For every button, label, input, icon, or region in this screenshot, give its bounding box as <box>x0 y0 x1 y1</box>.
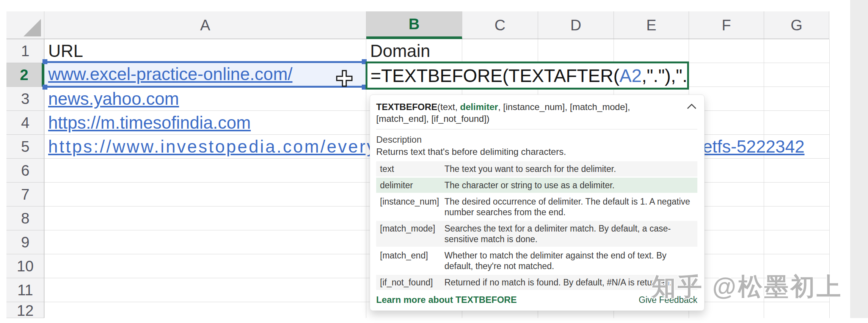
hyperlink-A5-right-fragment[interactable]: etfs-5222342 <box>703 137 805 156</box>
active-argument: delimiter <box>460 102 498 112</box>
cell-A3[interactable]: news.yahoo.com <box>48 87 179 111</box>
row-header-9[interactable]: 9 <box>6 230 44 254</box>
tooltip-divider <box>376 129 697 129</box>
parameter-description: Searches the text for a delimiter match.… <box>444 223 694 244</box>
parameter-name: text <box>380 164 444 174</box>
hyperlink-A3[interactable]: news.yahoo.com <box>48 89 179 109</box>
row-header-1[interactable]: 1 <box>6 39 44 63</box>
row-header-12[interactable]: 12 <box>6 302 44 318</box>
excel-worksheet: ABCDEFG 123456789101112 URL Domain news.… <box>0 0 868 323</box>
row-header-10[interactable]: 10 <box>6 254 44 278</box>
parameter-row-instancenum: [instance_num]The desired occurrence of … <box>376 194 697 220</box>
chevron-up-icon[interactable] <box>686 102 697 110</box>
watermark: 知乎 @松墨初上 <box>651 270 843 303</box>
parameter-description: The character or string to use as a deli… <box>444 180 694 191</box>
parameter-name: [if_not_found] <box>380 277 444 288</box>
parameter-description: Whether to match the delimiter against t… <box>444 250 694 271</box>
row-header-2[interactable]: 2 <box>6 63 44 87</box>
column-header-D[interactable]: D <box>538 11 614 39</box>
parameter-table: textThe text you want to search for the … <box>376 161 697 290</box>
parameter-name: [match_mode] <box>380 223 444 244</box>
learn-more-link[interactable]: Learn more about TEXTBEFORE <box>376 295 517 305</box>
column-header-F[interactable]: F <box>689 11 764 39</box>
cell-A5-overflow[interactable]: etfs-5222342 <box>703 135 805 159</box>
cell-B1[interactable]: Domain <box>370 39 430 63</box>
parameter-row-text: textThe text you want to search for the … <box>376 161 697 176</box>
formula-text-suffix: ,"."),"." <box>642 65 689 86</box>
parameter-name: [instance_num] <box>380 196 444 217</box>
cell-A4[interactable]: https://m.timesofindia.com <box>48 111 251 135</box>
formula-text-prefix: =TEXTBEFORE(TEXTAFTER( <box>370 65 619 86</box>
description-label: Description <box>376 134 697 145</box>
cell-A1[interactable]: URL <box>48 39 83 63</box>
column-header-G[interactable]: G <box>764 11 829 39</box>
row-header-3[interactable]: 3 <box>6 87 44 111</box>
row-header-6[interactable]: 6 <box>6 159 44 183</box>
parameter-row-matchend: [match_end]Whether to match the delimite… <box>376 248 697 274</box>
function-signature: TEXTBEFORE(text, delimiter, [instance_nu… <box>376 101 680 124</box>
column-header-B[interactable]: B <box>366 11 462 39</box>
bottom-margin <box>0 318 868 323</box>
cell-A2-reference-highlight[interactable]: www.excel-practice-online.com/ <box>44 61 366 88</box>
cell-cursor-icon <box>336 69 353 88</box>
row-header-8[interactable]: 8 <box>6 206 44 230</box>
formula-edit-cell-B2[interactable]: =TEXTBEFORE(TEXTAFTER(A2,"."),"." <box>366 61 689 90</box>
formula-cell-reference: A2 <box>619 65 642 86</box>
row-header-5[interactable]: 5 <box>6 135 44 159</box>
hyperlink-A2[interactable]: www.excel-practice-online.com/ <box>48 63 366 86</box>
function-name: TEXTBEFORE <box>376 102 437 112</box>
reference-handle-bottom-left[interactable] <box>42 85 47 90</box>
select-all-triangle-icon <box>22 17 42 37</box>
description-text: Returns text that's before delimiting ch… <box>376 146 697 158</box>
column-header-C[interactable]: C <box>462 11 538 39</box>
right-margin <box>850 0 868 323</box>
parameter-row-delimiter: delimiterThe character or string to use … <box>376 178 697 193</box>
row-header-11[interactable]: 11 <box>6 278 44 302</box>
select-all-button[interactable] <box>6 11 44 39</box>
row-header-4[interactable]: 4 <box>6 111 44 135</box>
parameter-name: [match_end] <box>380 250 444 271</box>
row-header-column: 123456789101112 <box>6 39 44 318</box>
reference-handle-top-left[interactable] <box>42 59 47 64</box>
parameter-name: delimiter <box>380 180 444 191</box>
parameter-description: The desired occurrence of delimiter. The… <box>444 196 694 217</box>
column-header-E[interactable]: E <box>614 11 689 39</box>
column-header-A[interactable]: A <box>44 11 366 39</box>
row-header-7[interactable]: 7 <box>6 183 44 206</box>
parameter-row-ifnotfound: [if_not_found]Returned if no match is fo… <box>376 275 697 290</box>
parameter-row-matchmode: [match_mode]Searches the text for a deli… <box>376 221 697 247</box>
parameter-description: The text you want to search for the deli… <box>444 164 694 174</box>
hyperlink-A4[interactable]: https://m.timesofindia.com <box>48 113 251 132</box>
column-header-row: ABCDEFG <box>6 11 829 39</box>
